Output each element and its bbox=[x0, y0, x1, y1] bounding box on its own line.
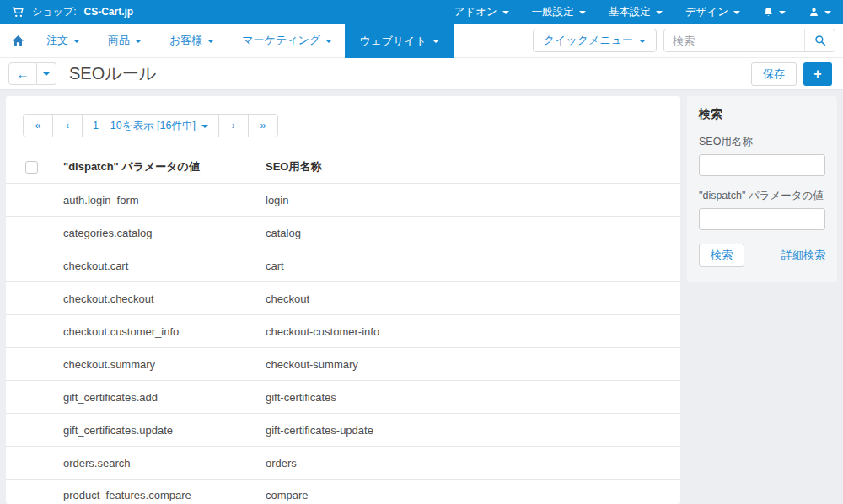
chevron-down-icon bbox=[207, 40, 214, 43]
row-seo-name: catalog bbox=[266, 227, 680, 239]
row-dispatch-value: checkout.summary bbox=[63, 358, 266, 371]
pagination-first-button[interactable]: « bbox=[23, 114, 53, 137]
table-row[interactable]: gift_certificates.updategift-certificate… bbox=[6, 413, 680, 446]
nav-item-website-active[interactable]: ウェブサイト bbox=[345, 24, 454, 58]
sidebar-search-button[interactable]: 検索 bbox=[699, 244, 744, 267]
topbar-menu-item[interactable]: 一般設定 bbox=[532, 5, 586, 19]
table-row[interactable]: gift_certificates.addgift-certificates bbox=[6, 380, 680, 413]
pagination-range-dropdown[interactable]: 1 – 10を表示 [16件中] bbox=[82, 114, 219, 137]
chevron-down-icon bbox=[656, 11, 663, 14]
user-menu[interactable] bbox=[808, 7, 831, 18]
pagination-next-button[interactable]: › bbox=[218, 114, 249, 137]
topbar-menu-item[interactable]: アドオン bbox=[454, 5, 509, 19]
row-seo-name: checkout-summary bbox=[266, 358, 680, 371]
save-button[interactable]: 保存 bbox=[751, 62, 797, 86]
topbar: ショップ: CS-Cart.jp アドオン一般設定基本設定デザイン bbox=[0, 0, 843, 24]
row-seo-name: compare bbox=[266, 489, 680, 501]
global-search bbox=[663, 29, 835, 52]
topbar-menu-item-label: 一般設定 bbox=[532, 5, 574, 19]
sidebar-title: 検索 bbox=[699, 107, 825, 122]
search-input[interactable] bbox=[664, 29, 804, 51]
pagination-prev-button[interactable]: ‹ bbox=[52, 114, 83, 137]
pagination-range-label: 1 – 10を表示 [16件中] bbox=[93, 119, 196, 133]
topbar-menu-item[interactable]: デザイン bbox=[685, 5, 740, 19]
search-submit-button[interactable] bbox=[804, 29, 835, 51]
chevron-down-icon bbox=[733, 11, 740, 14]
chevron-down-icon bbox=[73, 40, 80, 43]
back-button[interactable]: ← bbox=[8, 62, 37, 85]
shop-name: CS-Cart.jp bbox=[83, 6, 133, 18]
chevron-down-icon bbox=[432, 40, 439, 43]
add-button[interactable]: + bbox=[803, 62, 832, 86]
chevron-down-icon bbox=[779, 11, 786, 14]
table-body: auth.login_formlogincategories.catalogca… bbox=[6, 183, 680, 504]
shop-selector[interactable]: ショップ: CS-Cart.jp bbox=[12, 5, 133, 19]
table-row[interactable]: auth.login_formlogin bbox=[6, 183, 680, 216]
sidebar-field-input[interactable] bbox=[699, 154, 825, 176]
sidebar-field-label: SEO用名称 bbox=[699, 135, 825, 149]
seo-rules-panel: « ‹ 1 – 10を表示 [16件中] › » "dispatch" パラメー… bbox=[6, 96, 680, 504]
table-row[interactable]: product_features.comparecompare bbox=[6, 479, 680, 504]
nav-item[interactable]: お客様 bbox=[169, 33, 214, 48]
row-seo-name: cart bbox=[266, 260, 680, 272]
row-dispatch-value: gift_certificates.add bbox=[63, 391, 266, 404]
home-icon bbox=[12, 35, 24, 46]
topbar-menu-item-label: 基本設定 bbox=[609, 5, 651, 19]
title-actions: 保存 + bbox=[751, 62, 835, 86]
home-button[interactable] bbox=[12, 35, 24, 46]
quick-menu-button[interactable]: クイックメニュー bbox=[533, 29, 657, 52]
table-row[interactable]: checkout.checkoutcheckout bbox=[6, 281, 680, 314]
row-dispatch-value: product_features.compare bbox=[63, 489, 266, 501]
row-seo-name: checkout-customer-info bbox=[266, 325, 680, 338]
nav-item-label: 商品 bbox=[108, 33, 130, 48]
search-sidebar: 検索 SEO用名称"dispatch" パラメータの値 検索 詳細検索 bbox=[687, 96, 837, 282]
sidebar-field-input[interactable] bbox=[699, 208, 825, 230]
row-dispatch-value: categories.catalog bbox=[63, 227, 266, 239]
row-dispatch-value: checkout.checkout bbox=[63, 292, 266, 305]
navbar: 注文商品お客様マーケティング ウェブサイト クイックメニュー bbox=[0, 24, 843, 58]
chevron-down-icon bbox=[639, 40, 646, 43]
nav-right: クイックメニュー bbox=[533, 29, 843, 52]
table-row[interactable]: checkout.cartcart bbox=[6, 249, 680, 281]
topbar-menu-item-label: アドオン bbox=[454, 5, 497, 19]
chevron-down-icon bbox=[201, 125, 208, 128]
content-area: « ‹ 1 – 10を表示 [16件中] › » "dispatch" パラメー… bbox=[0, 90, 843, 504]
seo-rules-table: "dispatch" パラメータの値 SEO用名称 auth.login_for… bbox=[6, 151, 680, 504]
bell-icon bbox=[763, 7, 774, 18]
sidebar-actions: 検索 詳細検索 bbox=[699, 244, 825, 267]
row-seo-name: checkout bbox=[266, 292, 680, 305]
table-header-row: "dispatch" パラメータの値 SEO用名称 bbox=[6, 151, 680, 183]
page-title: SEOルール bbox=[69, 62, 156, 85]
notifications-menu[interactable] bbox=[763, 7, 786, 18]
shop-label: ショップ: bbox=[32, 5, 76, 19]
nav-item-label: ウェブサイト bbox=[359, 34, 427, 49]
column-header-seo-name[interactable]: SEO用名称 bbox=[266, 159, 680, 174]
chevron-down-icon bbox=[325, 40, 332, 43]
topbar-menu-item[interactable]: 基本設定 bbox=[609, 5, 663, 19]
nav-item[interactable]: マーケティング bbox=[242, 33, 332, 48]
pagination-last-button[interactable]: » bbox=[248, 114, 278, 137]
nav-item[interactable]: 注文 bbox=[46, 33, 80, 48]
row-seo-name: orders bbox=[266, 457, 680, 469]
sidebar-fields: SEO用名称"dispatch" パラメータの値 bbox=[699, 135, 825, 230]
column-header-dispatch[interactable]: "dispatch" パラメータの値 bbox=[63, 159, 266, 174]
row-seo-name: gift-certificates bbox=[266, 391, 680, 404]
row-dispatch-value: checkout.cart bbox=[63, 260, 266, 272]
table-row[interactable]: checkout.summarycheckout-summary bbox=[6, 347, 680, 380]
row-dispatch-value: orders.search bbox=[63, 457, 266, 469]
nav-item[interactable]: 商品 bbox=[108, 33, 142, 48]
select-all-checkbox[interactable] bbox=[25, 161, 38, 174]
topbar-menu-item-label: デザイン bbox=[685, 5, 728, 19]
back-dropdown-button[interactable] bbox=[37, 62, 56, 85]
advanced-search-link[interactable]: 詳細検索 bbox=[781, 248, 825, 263]
pagination: « ‹ 1 – 10を表示 [16件中] › » bbox=[23, 114, 680, 137]
row-dispatch-value: checkout.customer_info bbox=[63, 325, 266, 338]
table-row[interactable]: orders.searchorders bbox=[6, 446, 680, 479]
table-row[interactable]: categories.catalogcatalog bbox=[6, 216, 680, 249]
chevron-down-icon bbox=[135, 40, 142, 43]
row-dispatch-value: gift_certificates.update bbox=[63, 424, 266, 437]
table-row[interactable]: checkout.customer_infocheckout-customer-… bbox=[6, 314, 680, 347]
row-dispatch-value: auth.login_form bbox=[63, 194, 266, 206]
row-seo-name: login bbox=[266, 194, 680, 206]
search-icon bbox=[814, 35, 826, 46]
